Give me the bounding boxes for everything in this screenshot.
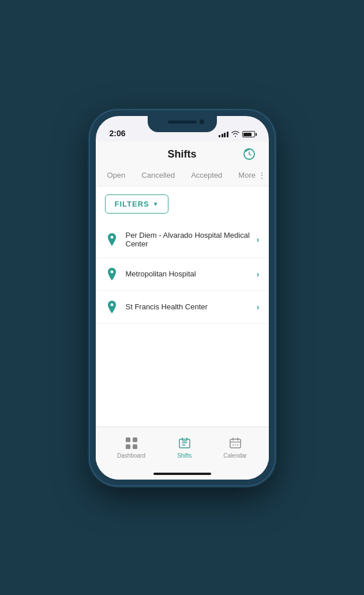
svg-rect-9 bbox=[230, 439, 241, 448]
svg-rect-4 bbox=[126, 437, 130, 442]
tab-more[interactable]: More ⋮ bbox=[236, 165, 268, 186]
location-chevron-2: › bbox=[257, 270, 260, 279]
phone-frame: 2:06 bbox=[90, 110, 275, 485]
svg-point-1 bbox=[110, 235, 113, 238]
location-pin-icon-3 bbox=[105, 300, 119, 314]
status-icons bbox=[219, 131, 255, 138]
phone-screen: 2:06 bbox=[96, 116, 269, 480]
tabs-bar: Open Cancelled Accepted More ⋮ bbox=[96, 165, 269, 186]
svg-point-12 bbox=[237, 444, 238, 446]
nav-shifts-label: Shifts bbox=[177, 452, 192, 459]
signal-icon bbox=[219, 132, 228, 137]
tab-cancelled[interactable]: Cancelled bbox=[139, 165, 177, 186]
svg-rect-7 bbox=[133, 444, 137, 449]
history-icon-button[interactable] bbox=[241, 146, 257, 162]
location-item-2[interactable]: Metropolitan Hospital › bbox=[96, 258, 269, 291]
nav-shifts[interactable]: Shifts bbox=[170, 434, 198, 461]
nav-dashboard-label: Dashboard bbox=[117, 452, 145, 459]
filters-section: FILTERS ▼ bbox=[96, 186, 269, 222]
location-chevron-1: › bbox=[257, 235, 260, 244]
svg-point-3 bbox=[110, 303, 113, 306]
home-indicator bbox=[96, 468, 269, 480]
tab-more-label: More bbox=[238, 171, 256, 179]
location-name-1: Per Diem - Alvarado Hospital Medical Cen… bbox=[126, 231, 257, 248]
location-pin-icon-1 bbox=[105, 233, 119, 246]
nav-dashboard[interactable]: Dashboard bbox=[110, 434, 152, 461]
filters-button[interactable]: FILTERS ▼ bbox=[105, 194, 168, 214]
shifts-icon bbox=[178, 436, 192, 450]
status-time: 2:06 bbox=[110, 129, 126, 138]
svg-point-11 bbox=[235, 444, 236, 446]
dashboard-icon bbox=[125, 436, 138, 450]
svg-rect-8 bbox=[179, 439, 190, 448]
page-title: Shifts bbox=[167, 148, 196, 160]
app-content: Shifts Open Cancelled Accepted bbox=[96, 141, 269, 480]
tab-open[interactable]: Open bbox=[105, 165, 128, 186]
notch-speaker bbox=[168, 121, 197, 124]
bottom-nav: Dashboard Shifts bbox=[96, 426, 269, 468]
nav-calendar-label: Calendar bbox=[223, 452, 247, 459]
filters-button-label: FILTERS bbox=[115, 200, 149, 208]
home-bar bbox=[153, 473, 211, 475]
header: Shifts bbox=[96, 141, 269, 165]
notch-camera bbox=[200, 119, 204, 124]
phone-notch bbox=[148, 116, 217, 132]
svg-point-2 bbox=[110, 270, 113, 273]
location-name-3: St Francis Health Center bbox=[126, 302, 257, 311]
svg-rect-5 bbox=[133, 437, 137, 442]
location-item-1[interactable]: Per Diem - Alvarado Hospital Medical Cen… bbox=[96, 222, 269, 258]
nav-calendar[interactable]: Calendar bbox=[216, 434, 254, 461]
battery-icon bbox=[242, 131, 255, 137]
svg-point-10 bbox=[232, 444, 234, 446]
location-chevron-3: › bbox=[257, 302, 260, 312]
wifi-icon bbox=[231, 131, 239, 138]
location-pin-icon-2 bbox=[105, 267, 119, 281]
svg-rect-6 bbox=[126, 444, 130, 449]
tab-accepted[interactable]: Accepted bbox=[189, 165, 224, 186]
filters-chevron-icon: ▼ bbox=[153, 201, 159, 207]
location-item-3[interactable]: St Francis Health Center › bbox=[96, 291, 269, 324]
more-dots-icon: ⋮ bbox=[258, 171, 266, 180]
location-name-2: Metropolitan Hospital bbox=[126, 270, 257, 278]
location-list: Per Diem - Alvarado Hospital Medical Cen… bbox=[96, 222, 269, 426]
calendar-icon bbox=[228, 436, 242, 450]
